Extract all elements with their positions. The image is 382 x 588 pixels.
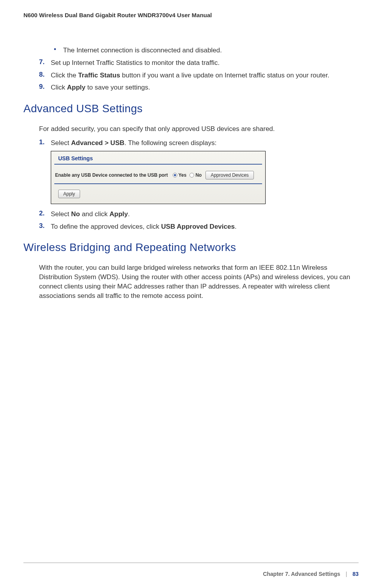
radio-no[interactable]: No bbox=[189, 172, 202, 178]
bold-text: No bbox=[71, 210, 80, 218]
step-number: 9. bbox=[39, 83, 51, 92]
usb-settings-screenshot: USB Settings Enable any USB Device conne… bbox=[51, 151, 351, 204]
step-text: Select No and click Apply. bbox=[51, 210, 130, 219]
screenshot-apply-row: Apply bbox=[54, 183, 262, 204]
bullet-text: The Internet connection is disconnected … bbox=[63, 46, 222, 55]
screenshot-option-row: Enable any USB Device connected to the U… bbox=[51, 165, 265, 183]
option-label: Enable any USB Device connected to the U… bbox=[55, 172, 168, 178]
radio-dot-icon bbox=[189, 173, 194, 177]
radio-label: No bbox=[195, 172, 202, 178]
radio-yes[interactable]: Yes bbox=[173, 172, 187, 178]
step-text: To define the approved devices, click US… bbox=[51, 222, 237, 231]
step-number: 8. bbox=[39, 71, 51, 80]
text-fragment: Select bbox=[51, 210, 71, 218]
radio-dot-icon bbox=[173, 173, 177, 177]
approved-devices-button[interactable]: Approved Devices bbox=[205, 171, 253, 179]
screenshot-panel: USB Settings Enable any USB Device conne… bbox=[51, 151, 266, 204]
footer-separator: | bbox=[346, 571, 347, 577]
text-fragment: To define the approved devices, click bbox=[51, 223, 161, 230]
step-number: 3. bbox=[39, 222, 51, 231]
bullet-item: • The Internet connection is disconnecte… bbox=[54, 46, 351, 55]
usb-step-1: 1. Select Advanced > USB. The following … bbox=[39, 138, 351, 148]
apply-button[interactable]: Apply bbox=[58, 190, 80, 198]
page-footer: Chapter 7. Advanced Settings | 83 bbox=[23, 563, 359, 577]
step-9: 9. Click Apply to save your settings. bbox=[39, 83, 351, 92]
text-fragment: . The following screen displays: bbox=[125, 139, 217, 147]
section-heading-advanced-usb: Advanced USB Settings bbox=[23, 102, 351, 115]
usb-step-3: 3. To define the approved devices, click… bbox=[39, 222, 351, 231]
step-text: Click the Traffic Status button if you w… bbox=[51, 71, 329, 80]
step-7: 7. Set up Internet Traffic Statistics to… bbox=[39, 58, 351, 68]
text-fragment: button if you want a live update on Inte… bbox=[120, 72, 330, 79]
footer-page-number: 83 bbox=[352, 571, 359, 577]
text-fragment: . bbox=[128, 210, 130, 218]
step-number: 2. bbox=[39, 210, 51, 219]
bold-text: Apply bbox=[109, 210, 128, 218]
text-fragment: . bbox=[235, 223, 237, 230]
bullet-icon: • bbox=[54, 46, 56, 55]
footer-chapter: Chapter 7. Advanced Settings bbox=[263, 571, 340, 577]
step-number: 7. bbox=[39, 58, 51, 68]
manual-header: N600 Wireless Dual Band Gigabit Router W… bbox=[23, 12, 359, 18]
step-number: 1. bbox=[39, 138, 51, 148]
text-fragment: to save your settings. bbox=[86, 84, 150, 91]
bold-text: Advanced > USB bbox=[71, 139, 125, 147]
radio-label: Yes bbox=[179, 172, 187, 178]
step-text: Click Apply to save your settings. bbox=[51, 83, 150, 92]
bold-text: Traffic Status bbox=[78, 72, 120, 79]
bold-text: USB Approved Devices bbox=[161, 223, 235, 230]
text-fragment: Click bbox=[51, 84, 67, 91]
step-text: Select Advanced > USB. The following scr… bbox=[51, 138, 216, 148]
text-fragment: and click bbox=[80, 210, 110, 218]
screenshot-title: USB Settings bbox=[54, 151, 262, 165]
paragraph: For added security, you can specify that… bbox=[39, 124, 351, 134]
section-heading-wireless-bridging: Wireless Bridging and Repeating Networks bbox=[23, 241, 351, 254]
page-content: • The Internet connection is disconnecte… bbox=[39, 46, 351, 301]
step-text: Set up Internet Traffic Statistics to mo… bbox=[51, 58, 220, 68]
paragraph: With the router, you can build large bri… bbox=[39, 263, 351, 300]
text-fragment: Select bbox=[51, 139, 71, 147]
text-fragment: Click the bbox=[51, 72, 78, 79]
step-8: 8. Click the Traffic Status button if yo… bbox=[39, 71, 351, 80]
usb-step-2: 2. Select No and click Apply. bbox=[39, 210, 351, 219]
bold-text: Apply bbox=[67, 84, 86, 91]
